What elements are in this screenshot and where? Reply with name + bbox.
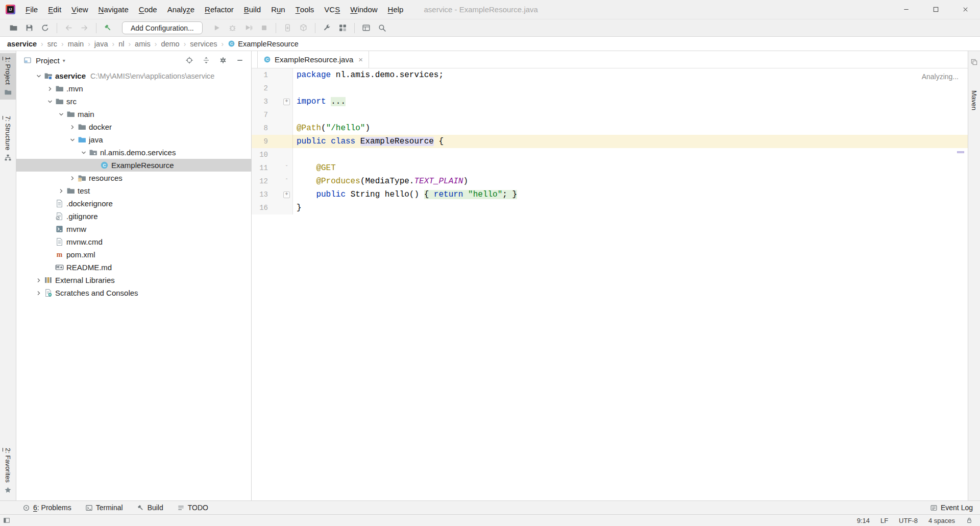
chevron-down-icon[interactable] (35, 72, 43, 80)
fold-marker-icon[interactable]: ˆ (283, 178, 290, 185)
open-folder-icon[interactable] (9, 23, 18, 32)
breadcrumb-demo[interactable]: demo (161, 40, 179, 48)
tree-row-mvnw-cmd[interactable]: mvnw.cmd (16, 235, 251, 248)
tool-tab-problems[interactable]: 6: Problems (22, 504, 71, 512)
chevron-right-icon[interactable] (46, 85, 54, 93)
tree-row-external-libraries[interactable]: External Libraries (16, 274, 251, 286)
tree-row-java[interactable]: java (16, 133, 251, 146)
file-encoding[interactable]: UTF-8 (899, 517, 918, 524)
chevron-right-icon[interactable] (35, 289, 43, 297)
lock-icon[interactable] (966, 517, 973, 524)
tree-row-resources[interactable]: resources (16, 172, 251, 184)
chevron-right-icon[interactable] (35, 276, 43, 284)
tool-tab-todo[interactable]: TODO (177, 504, 208, 512)
tree-row-docker[interactable]: docker (16, 121, 251, 133)
tree-row-nl-amis-demo-services[interactable]: nl.amis.demo.services (16, 146, 251, 159)
chevron-right-icon[interactable] (57, 187, 65, 195)
line-separator[interactable]: LF (880, 517, 888, 524)
tab-exampleresource[interactable]: C ExampleResource.java × (257, 51, 369, 68)
indent-style[interactable]: 4 spaces (928, 517, 955, 524)
project-structure-icon[interactable] (323, 23, 331, 32)
chevron-right-icon[interactable] (68, 174, 77, 182)
sync-icon[interactable] (41, 23, 50, 32)
tool-tab-build[interactable]: Build (137, 504, 163, 512)
chevron-right-icon[interactable] (68, 123, 77, 131)
tree-row-src[interactable]: src (16, 95, 251, 108)
menu-view[interactable]: View (66, 0, 93, 19)
breadcrumb-src[interactable]: src (47, 40, 57, 48)
tool-tab-event-log[interactable]: Event Log (930, 504, 973, 512)
gear-icon[interactable] (219, 56, 227, 64)
tool-tab-favorites[interactable]: 2: Favorites (0, 444, 16, 497)
tool-tab-maven[interactable]: Maven (968, 87, 980, 114)
menu-edit[interactable]: Edit (43, 0, 66, 19)
menu-file[interactable]: File (20, 0, 43, 19)
tree-row--dockerignore[interactable]: .dockerignore (16, 197, 251, 210)
tree-row-main[interactable]: main (16, 108, 251, 121)
build-hammer-icon[interactable] (104, 23, 112, 32)
chevron-down-icon[interactable] (80, 149, 88, 157)
tree-row-exampleresource[interactable]: CExampleResource (16, 159, 251, 172)
menu-vcs[interactable]: VCS (319, 0, 345, 19)
tool-tab-label: 2: Favorites (4, 448, 12, 483)
layered-windows-icon[interactable] (970, 58, 978, 66)
fold-marker-icon[interactable]: + (283, 99, 290, 105)
close-tab-icon[interactable]: × (358, 55, 363, 64)
modules-icon[interactable] (338, 23, 347, 32)
menu-help[interactable]: Help (383, 0, 409, 19)
fold-marker-icon[interactable]: ˇ (283, 165, 290, 172)
tree-row--gitignore[interactable]: .gitignore (16, 210, 251, 223)
tree-row-pom-xml[interactable]: mpom.xml (16, 248, 251, 261)
breadcrumb-nl[interactable]: nl (118, 40, 124, 48)
menu-code[interactable]: Code (134, 0, 162, 19)
breadcrumb-services[interactable]: services (190, 40, 217, 48)
error-stripe-mark[interactable] (957, 151, 964, 153)
chevron-down-icon[interactable] (68, 136, 77, 144)
menu-refactor[interactable]: Refactor (200, 0, 239, 19)
menu-run[interactable]: Run (266, 0, 290, 19)
breadcrumb-java[interactable]: java (94, 40, 108, 48)
menu-analyze[interactable]: Analyze (162, 0, 200, 19)
editor-gutter: 3+ (252, 95, 293, 108)
maximize-button[interactable] (921, 0, 950, 19)
fold-marker-icon[interactable]: + (283, 192, 290, 198)
layout-icon[interactable] (362, 23, 371, 32)
search-everywhere-icon[interactable] (378, 23, 386, 32)
code-token: return (434, 190, 468, 199)
tree-row-aservice[interactable]: aserviceC:\My\AMIS\env\applications\aser… (16, 69, 251, 82)
tool-window-toggle-icon[interactable] (3, 517, 10, 524)
locate-icon[interactable] (185, 56, 193, 64)
menu-build[interactable]: Build (239, 0, 266, 19)
menu-navigate[interactable]: Navigate (93, 0, 134, 19)
minimize-button[interactable] (891, 0, 921, 19)
tree-row--mvn[interactable]: .mvn (16, 82, 251, 95)
code-token: { (424, 190, 434, 199)
tool-tab-terminal[interactable]: Terminal (85, 504, 123, 512)
close-button[interactable] (950, 0, 980, 19)
caret-position[interactable]: 9:14 (857, 517, 870, 524)
run-configuration-combo[interactable]: Add Configuration... (122, 21, 203, 34)
breadcrumb-amis[interactable]: amis (135, 40, 151, 48)
breadcrumb-ExampleResource[interactable]: CExampleResource (228, 40, 298, 48)
hide-icon[interactable] (236, 56, 244, 64)
breadcrumb-main[interactable]: main (68, 40, 84, 48)
save-icon[interactable] (25, 23, 34, 32)
tree-row-mvnw[interactable]: mvnw (16, 223, 251, 235)
breadcrumb-aservice[interactable]: aservice (7, 40, 37, 48)
tool-tab-structure[interactable]: 7: Structure (0, 112, 16, 165)
project-panel-title[interactable]: Project (36, 56, 60, 65)
code-line-11: 11ˇ @GET (252, 161, 968, 175)
collapse-all-icon[interactable] (202, 56, 210, 64)
menu-tools[interactable]: Tools (290, 0, 320, 19)
code-editor[interactable]: 1package nl.amis.demo.services;23+import… (252, 68, 968, 500)
chevron-down-icon[interactable] (46, 98, 54, 106)
tree-row-scratches-and-consoles[interactable]: Scratches and Consoles (16, 286, 251, 299)
tree-row-test[interactable]: test (16, 184, 251, 197)
tool-tab-project[interactable]: 1: Project (0, 53, 16, 100)
editor-tab-bar: C ExampleResource.java × (252, 51, 968, 68)
project-root-icon (44, 71, 53, 80)
tree-row-readme-md[interactable]: README.md (16, 261, 251, 274)
chevron-down-icon[interactable]: ▾ (63, 58, 65, 63)
menu-window[interactable]: Window (345, 0, 382, 19)
chevron-down-icon[interactable] (57, 110, 65, 118)
